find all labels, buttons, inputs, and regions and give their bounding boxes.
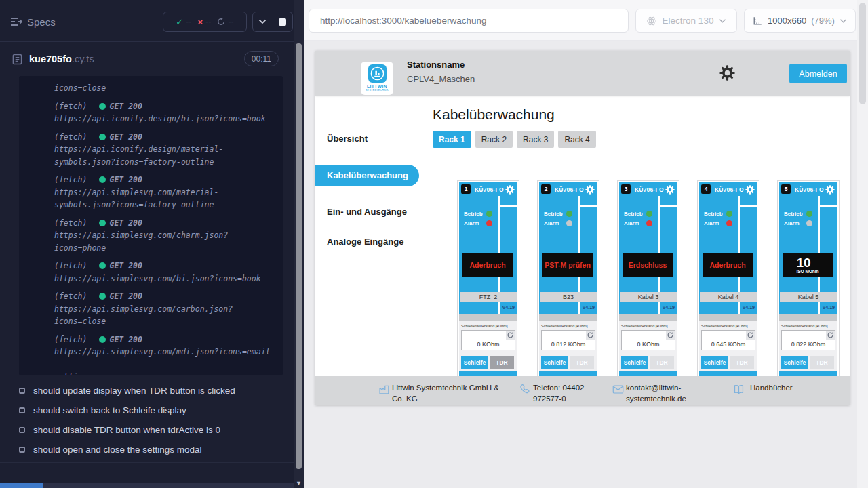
rack-tab-rack-3[interactable]: Rack 3	[517, 131, 554, 148]
ruler-icon	[753, 16, 763, 26]
runner-vertical-scrollbar[interactable]: ▼	[294, 0, 304, 488]
network-log-entry[interactable]: (fetch) GET 200 https://api.iconify.desi…	[54, 131, 272, 169]
schleife-button[interactable]: Schleife	[621, 356, 648, 369]
module-separator	[699, 314, 757, 321]
request-head: (fetch) GET 200	[54, 100, 272, 113]
screen: Specs ✓-- ×-- -- kue705fo.cy.ts 00:11 ic…	[0, 0, 868, 488]
scrollbar-thumb[interactable]	[296, 43, 302, 469]
module-settings-button[interactable]	[745, 184, 755, 195]
measurement-value: 10	[796, 256, 818, 269]
request-list: (fetch) GET 200 https://api.iconify.desi…	[54, 100, 272, 376]
refresh-button[interactable]	[746, 331, 755, 340]
rack-tab-rack-4[interactable]: Rack 4	[558, 131, 595, 148]
module-lower-panel: Schleifenwiderstand [kOhm] 0 KOhm Schlei…	[619, 321, 677, 371]
request-url-line: https://api.simplesvg.com/carbon.json?	[54, 303, 272, 316]
request-url-line: https://api.simplesvg.com/charm.json?	[54, 229, 272, 242]
runner-header: Specs ✓-- ×-- --	[0, 0, 294, 42]
module-divider-horizontal	[578, 205, 597, 207]
module-divider-horizontal	[818, 205, 837, 207]
tdr-button[interactable]: TDR	[570, 356, 594, 369]
specs-toggle-icon[interactable]	[9, 16, 23, 27]
specs-title: Specs	[27, 16, 56, 28]
settings-gear-button[interactable]	[718, 64, 736, 82]
tdr-button[interactable]: TDR	[490, 356, 514, 369]
module-settings-button[interactable]	[505, 184, 515, 195]
chevron-down-icon[interactable]	[253, 19, 273, 24]
rack-tab-rack-1[interactable]: Rack 1	[433, 131, 471, 148]
test-item[interactable]: should switch back to Schleife display	[0, 401, 294, 420]
test-item[interactable]: should open and close the settings modal	[0, 440, 294, 460]
cable-name: Kabel 3	[620, 292, 677, 302]
network-log-entry[interactable]: (fetch) GET 200 https://api.simplesvg.co…	[54, 174, 272, 211]
resistance-value-box: 0.645 KOhm	[701, 330, 755, 350]
tdr-button[interactable]: TDR	[730, 356, 754, 369]
viewport-selector[interactable]: 1000x660 (79%)	[744, 9, 856, 33]
betrieb-row: Betrieb	[624, 211, 652, 217]
status-ok-dot	[99, 262, 106, 269]
network-log-entry[interactable]: (fetch) GET 200 https://api.simplesvg.co…	[54, 217, 272, 255]
sidebar-item-übersicht[interactable]: Übersicht	[315, 128, 419, 150]
network-log-entry[interactable]: (fetch) GET 200 https://api.simplesvg.co…	[54, 260, 272, 285]
test-pending-icon	[19, 388, 25, 394]
scrollbar-thumb[interactable]	[859, 3, 866, 104]
station-name: CPLV4_Maschen	[407, 74, 475, 84]
email-icon	[612, 384, 624, 395]
spec-duration-badge: 00:11	[244, 51, 279, 66]
url-bar[interactable]: http://localhost:3000/kabelueberwachung	[309, 9, 629, 33]
request-method: (fetch)	[54, 290, 87, 303]
littwin-logo: LITTWIN SYSTEMTECHNIK	[361, 62, 393, 95]
refresh-button[interactable]	[666, 331, 675, 340]
tdr-button[interactable]: TDR	[650, 356, 674, 369]
page-vertical-scrollbar[interactable]	[857, 0, 868, 488]
sidebar-item-analoge-eingänge[interactable]: Analoge Eingänge	[315, 231, 419, 253]
module-settings-button[interactable]	[585, 184, 595, 195]
betrieb-led	[806, 211, 812, 217]
betrieb-label: Betrieb	[624, 211, 643, 217]
scrollbar-thumb-horizontal[interactable]	[0, 483, 43, 488]
request-head: (fetch) GET 200	[54, 131, 272, 144]
test-item[interactable]: should disable TDR button when tdrActive…	[0, 420, 294, 440]
request-url-line: icons=close	[54, 315, 272, 328]
request-status: GET 200	[109, 100, 142, 113]
browser-selector[interactable]: Electron 130	[635, 9, 737, 33]
sidebar-item-kabelüberwachung[interactable]: Kabelüberwachung	[315, 165, 419, 186]
network-log-entry[interactable]: (fetch) GET 200 https://api.iconify.desi…	[54, 100, 272, 125]
betrieb-row: Betrieb	[704, 211, 732, 217]
schleife-button[interactable]: Schleife	[701, 356, 728, 369]
logout-button[interactable]: Abmelden	[789, 64, 847, 83]
manuals-link[interactable]: Handbücher	[750, 382, 793, 393]
refresh-button[interactable]	[586, 331, 595, 340]
schleife-button[interactable]: Schleife	[461, 356, 488, 369]
module-settings-button[interactable]	[665, 184, 675, 195]
resistance-label: Schleifenwiderstand [kOhm]	[699, 321, 757, 328]
status-ok-dot	[99, 134, 106, 140]
tdr-button[interactable]: TDR	[810, 356, 834, 369]
scroll-down-arrow[interactable]: ▼	[294, 480, 304, 487]
sidebar-item-ein-und-ausgänge[interactable]: Ein- und Ausgänge	[315, 201, 419, 223]
request-method: (fetch)	[54, 100, 87, 113]
alarm-status-text: Aderbruch	[469, 261, 505, 269]
module-model-label: KÜ706-FO	[715, 186, 744, 193]
module-number-badge: 1	[461, 184, 471, 194]
module-settings-button[interactable]	[825, 184, 835, 195]
spec-name[interactable]: kue705fo.cy.ts	[29, 54, 94, 64]
refresh-button[interactable]	[506, 331, 515, 340]
module-lower-panel: Schleifenwiderstand [kOhm] 0.822 KOhm Sc…	[779, 321, 837, 371]
test-item[interactable]: should update display when TDR button is…	[0, 381, 294, 401]
network-log-entry[interactable]: (fetch) GET 200 https://api.simplesvg.co…	[54, 290, 272, 328]
firmware-version: V4.19	[743, 305, 755, 310]
module-divider-horizontal	[738, 205, 757, 207]
request-url-line: symbols.json?icons=factory-outline	[54, 199, 272, 211]
module-cards: 1 KÜ706-FO Betrieb Alarm Aderbruch FTZ_2…	[458, 181, 839, 378]
rack-tab-rack-2[interactable]: Rack 2	[475, 131, 513, 148]
stop-button[interactable]	[273, 18, 293, 26]
runner-horizontal-scrollbar[interactable]	[0, 483, 294, 488]
schleife-button[interactable]: Schleife	[781, 356, 808, 369]
betrieb-row: Betrieb	[464, 211, 492, 217]
refresh-button[interactable]	[826, 331, 835, 340]
network-log-entry[interactable]: (fetch) GET 200 https://api.simplesvg.co…	[54, 333, 272, 376]
schleife-button[interactable]: Schleife	[541, 356, 568, 369]
resistance-label: Schleifenwiderstand [kOhm]	[619, 321, 677, 328]
request-method: (fetch)	[54, 174, 87, 186]
cable-monitor-module: 4 KÜ706-FO Betrieb Alarm Aderbruch Kabel…	[698, 181, 759, 378]
